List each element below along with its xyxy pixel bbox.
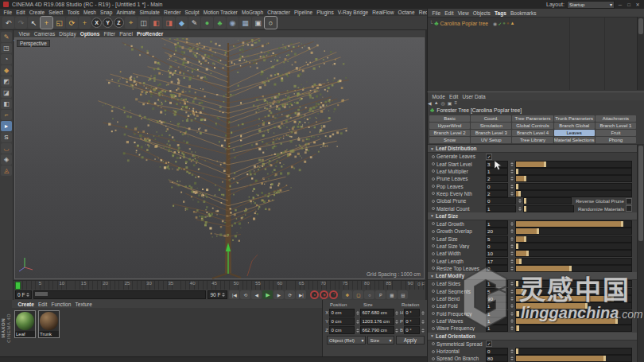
tab-branch-level-4[interactable]: Branch Level 4: [512, 130, 553, 136]
rotation-field[interactable]: 0 °: [404, 326, 420, 334]
object-manager-scrollbar[interactable]: [637, 17, 644, 90]
menu-item-create[interactable]: Create: [27, 10, 47, 15]
tab-tree-parameters[interactable]: Tree Parameters: [512, 115, 553, 122]
tab-attachments[interactable]: Attachments: [596, 115, 636, 122]
anim-dot-icon[interactable]: [432, 252, 435, 255]
slider-thumb[interactable]: [615, 318, 618, 324]
menu-item-motion-tracker[interactable]: Motion Tracker: [201, 10, 239, 15]
viewport-solo-icon[interactable]: ▸: [1, 121, 12, 131]
display-tag-icon[interactable]: ◉: [493, 21, 497, 26]
anim-dot-icon[interactable]: [432, 222, 435, 225]
record-keyframe-icon[interactable]: ●: [310, 290, 319, 299]
autokey-icon[interactable]: ◉: [320, 290, 328, 299]
apply-button[interactable]: Apply: [396, 336, 425, 344]
anim-dot-icon[interactable]: [432, 169, 435, 173]
tab-basic[interactable]: Basic: [429, 115, 470, 122]
tab-branch-level-2[interactable]: Branch Level 2: [429, 130, 470, 136]
array-grid-icon[interactable]: ▦: [239, 17, 251, 29]
spinner[interactable]: [355, 328, 359, 333]
minimize-button[interactable]: ─: [617, 2, 623, 8]
material-leaf[interactable]: Leaf: [14, 310, 36, 338]
menu-item-filter[interactable]: Filter: [102, 31, 118, 37]
menu-item-file[interactable]: File: [2, 10, 14, 15]
spinner[interactable]: [510, 221, 514, 227]
spinner[interactable]: [510, 281, 514, 286]
slider-thumb[interactable]: [516, 348, 518, 354]
param-value-field[interactable]: 80: [486, 355, 508, 362]
size-field[interactable]: 607.680 cm: [360, 309, 394, 317]
menu-item-octane[interactable]: Octane: [396, 10, 417, 15]
selection-tag-icon[interactable]: ▲: [510, 21, 515, 25]
param-slider[interactable]: [515, 190, 632, 197]
menu-item-tags[interactable]: Tags: [492, 10, 508, 16]
spinner[interactable]: [421, 319, 425, 325]
collapse-triangle-icon[interactable]: ▼: [430, 333, 434, 338]
spinner[interactable]: [510, 311, 514, 317]
param-value-field[interactable]: 10: [486, 250, 508, 257]
collapse-triangle-icon[interactable]: ▼: [430, 213, 434, 218]
frame-range-slider[interactable]: [33, 290, 206, 299]
layout-dropdown[interactable]: Startup ▾: [567, 1, 615, 9]
anim-dot-icon[interactable]: [432, 185, 435, 188]
slider-thumb[interactable]: [585, 303, 588, 309]
param-slider[interactable]: [515, 258, 632, 265]
gold-plane-icon[interactable]: ◆: [1, 65, 12, 76]
uv-fan-icon[interactable]: ◔: [1, 54, 12, 64]
param-slider[interactable]: [515, 175, 632, 182]
tab-leaves[interactable]: Leaves: [554, 130, 595, 136]
spinner[interactable]: [510, 243, 514, 249]
param-slider[interactable]: [515, 295, 632, 302]
live-selection-icon[interactable]: ↖: [28, 17, 40, 29]
menu-item-cameras[interactable]: Cameras: [32, 31, 57, 37]
anim-dot-icon[interactable]: [432, 320, 435, 323]
tab-simulation[interactable]: Simulation: [471, 123, 511, 129]
slider-thumb[interactable]: [537, 228, 539, 234]
history-back-icon[interactable]: ◀: [428, 100, 432, 106]
slider-thumb[interactable]: [517, 325, 519, 331]
tab-branch-level-3[interactable]: Branch Level 3: [471, 130, 511, 136]
previous-frame-button[interactable]: ◀: [251, 290, 262, 299]
points-mode-icon[interactable]: ◩: [1, 76, 12, 87]
slider-thumb[interactable]: [621, 221, 623, 227]
render-picture-viewer-icon[interactable]: ◧: [150, 17, 162, 29]
attribute-scrollbar[interactable]: [637, 145, 644, 362]
anim-dot-icon[interactable]: [432, 350, 435, 353]
range-thumb[interactable]: [35, 292, 48, 296]
param-value-field[interactable]: 1: [486, 310, 508, 317]
frame-ruler[interactable]: 51015202530354045505560657075808590: [14, 281, 425, 290]
param-slider[interactable]: [515, 235, 632, 243]
slider-thumb[interactable]: [517, 311, 519, 317]
menu-item-objects[interactable]: Objects: [471, 10, 492, 16]
loop-mode-button[interactable]: ⟲: [240, 290, 250, 299]
param-slider[interactable]: [515, 317, 632, 325]
anim-dot-icon[interactable]: [432, 162, 435, 165]
material-tag-leaf-icon[interactable]: ●: [502, 21, 506, 25]
spinner[interactable]: [510, 356, 514, 361]
spinner[interactable]: [510, 176, 514, 181]
menu-item-sculpt[interactable]: Sculpt: [183, 10, 201, 15]
tab-uv-setup[interactable]: UV Setup: [471, 137, 511, 143]
spinner[interactable]: [510, 303, 514, 309]
timeline-ruler[interactable]: 51015202530354045505560657075808590 0 F: [14, 280, 425, 290]
position-field[interactable]: 0 cm: [329, 317, 355, 325]
slider-thumb[interactable]: [524, 176, 526, 181]
slider-thumb[interactable]: [524, 236, 526, 242]
spinner[interactable]: [518, 206, 522, 212]
menu-item-edit[interactable]: Edit: [36, 302, 48, 307]
menu-item-animate[interactable]: Animate: [114, 10, 138, 15]
param-value-field[interactable]: 1: [486, 205, 516, 212]
position-field[interactable]: 0 cm: [329, 326, 355, 334]
param-value-field[interactable]: 20: [486, 228, 508, 235]
slider-thumb[interactable]: [569, 266, 572, 271]
menu-item-pipeline[interactable]: Pipeline: [292, 10, 314, 15]
menu-item-file[interactable]: File: [430, 10, 443, 16]
anim-dot-icon[interactable]: [432, 298, 435, 301]
spinner[interactable]: [510, 318, 514, 324]
param-slider[interactable]: [523, 197, 572, 204]
magnet-icon[interactable]: ◡: [1, 143, 12, 154]
slider-thumb[interactable]: [516, 184, 518, 189]
section-header-leaf-orientation[interactable]: ▼Leaf Orientation: [428, 333, 638, 341]
anim-dot-icon[interactable]: [432, 312, 435, 315]
goto-start-button[interactable]: |◀: [229, 290, 239, 299]
param-value-field[interactable]: 1: [486, 325, 508, 332]
